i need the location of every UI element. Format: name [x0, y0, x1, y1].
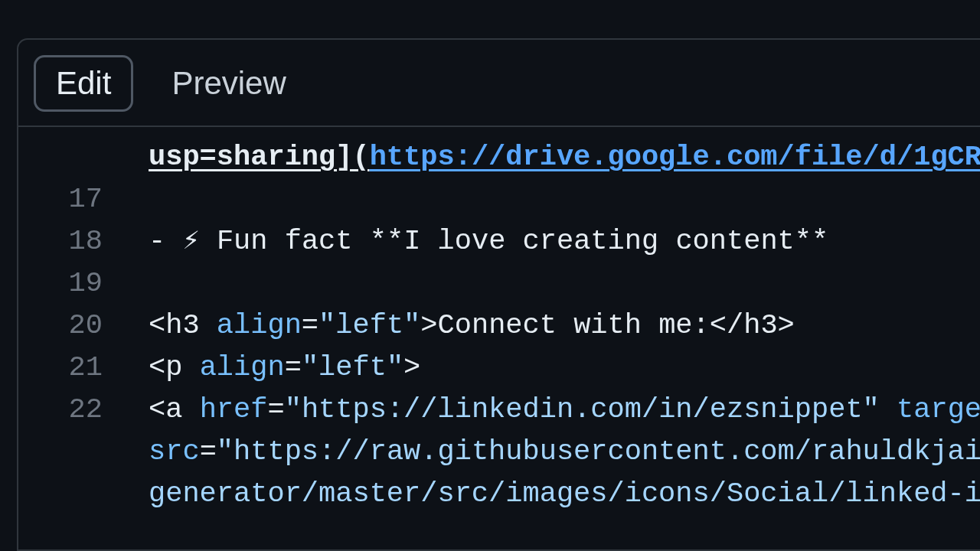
code-line[interactable]: <h3 align="left">Connect with me:</h3>	[149, 305, 980, 347]
code-line-wrap[interactable]: generator/master/src/images/icons/Social…	[149, 473, 980, 515]
html-value: "https://linkedin.com/in/ezsnippet"	[285, 393, 880, 425]
editor-panel: Edit Preview 17 18 19 20 21 22 usp=shari…	[17, 38, 980, 551]
top-spacer	[0, 0, 980, 38]
line-number: 22	[18, 389, 103, 431]
line-number: 18	[18, 220, 103, 262]
markdown-text: - ⚡ Fun fact **I love creating content**	[149, 225, 828, 257]
line-number-gutter: 17 18 19 20 21 22	[18, 136, 149, 515]
code-line-wrap[interactable]: src="https://raw.githubusercontent.com/r…	[149, 431, 980, 473]
html-value: "left"	[302, 351, 403, 383]
html-attr: align	[217, 309, 302, 341]
code-line[interactable]: - ⚡ Fun fact **I love creating content**	[149, 220, 980, 262]
html-value: "left"	[318, 309, 420, 341]
code-line[interactable]: <a href="https://linkedin.com/in/ezsnipp…	[149, 389, 980, 431]
code-line-empty[interactable]	[149, 262, 980, 305]
html-value: generator/master/src/images/icons/Social…	[149, 478, 980, 510]
line-number: 20	[18, 305, 103, 347]
line-number: 21	[18, 347, 103, 389]
html-text: >Connect with me:</h3>	[420, 309, 794, 341]
link-url[interactable]: https://drive.google.com/file/d/1gCRFgqi…	[370, 141, 980, 173]
html-punct: =	[285, 351, 302, 383]
html-punct: =	[302, 309, 318, 341]
html-attr: src	[149, 435, 200, 468]
html-punct: =	[200, 435, 217, 468]
code-editor[interactable]: 17 18 19 20 21 22 usp=sharing](https://d…	[18, 127, 980, 515]
html-attr: align	[200, 351, 285, 383]
html-attr: href	[200, 393, 268, 425]
html-space	[880, 393, 897, 425]
html-tag: <h3	[149, 309, 217, 341]
code-line[interactable]: <p align="left">	[149, 347, 980, 389]
html-tag: <a	[149, 393, 200, 425]
line-number: 17	[18, 178, 103, 220]
line-number: 19	[18, 262, 103, 305]
code-content[interactable]: usp=sharing](https://drive.google.com/fi…	[149, 136, 980, 515]
line-number	[18, 136, 103, 178]
tab-edit[interactable]: Edit	[34, 55, 133, 112]
html-punct: =	[267, 393, 284, 425]
code-line-empty[interactable]	[149, 178, 980, 220]
code-line[interactable]: usp=sharing](https://drive.google.com/fi…	[149, 136, 980, 178]
html-attr: target	[897, 393, 980, 425]
html-punct: >	[403, 351, 420, 383]
tab-preview[interactable]: Preview	[152, 57, 305, 109]
link-text[interactable]: usp=sharing](	[149, 141, 370, 173]
html-tag: <p	[149, 351, 200, 383]
html-value: "https://raw.githubusercontent.com/rahul…	[217, 435, 980, 468]
tab-bar: Edit Preview	[18, 40, 980, 126]
